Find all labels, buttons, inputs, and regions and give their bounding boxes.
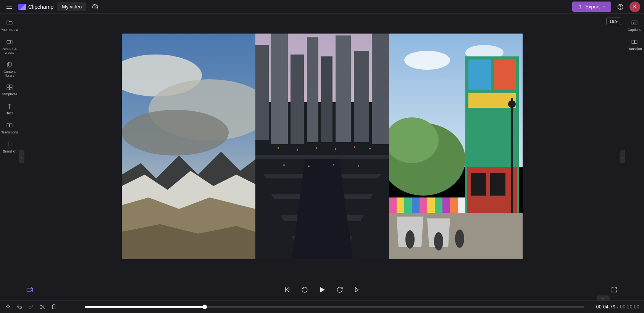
sidebar-item-templates[interactable]: Templates [0,81,19,99]
svg-rect-75 [632,40,634,43]
skip-back-icon[interactable] [283,286,291,294]
export-button[interactable]: Export [572,2,611,12]
sparkle-icon[interactable] [5,303,11,310]
sidebar-item-transitions[interactable]: Transitions [0,119,19,137]
svg-rect-49 [490,173,505,196]
svg-rect-55 [420,197,427,213]
undo-icon[interactable] [16,303,23,310]
svg-rect-14 [10,124,12,127]
sidebar-item-record-create[interactable]: Record & create [0,36,19,57]
avatar[interactable]: K [629,2,640,12]
svg-point-66 [434,232,443,250]
expand-right-panel-handle[interactable] [620,150,625,163]
svg-rect-51 [389,197,397,213]
cloud-sync-off-icon[interactable] [90,2,101,12]
svg-rect-29 [372,34,389,144]
svg-point-38 [333,164,334,165]
preview-area: 16:9 [19,14,625,279]
clipchamp-mark-icon [18,4,26,10]
svg-rect-26 [321,56,332,142]
svg-point-31 [297,149,298,151]
svg-rect-8 [8,62,11,66]
svg-rect-24 [291,55,304,144]
svg-point-35 [369,148,371,149]
svg-point-67 [455,230,464,248]
sidebar-item-your-media[interactable]: Your media [0,17,19,34]
collapse-timeline-handle[interactable] [597,295,610,301]
svg-point-41 [404,51,450,70]
timeline-tools [5,303,57,310]
svg-line-3 [93,4,98,10]
app-logo[interactable]: Clipchamp [18,4,53,10]
svg-rect-48 [471,173,486,196]
seek-back-icon[interactable] [300,286,309,294]
svg-rect-11 [7,88,9,90]
brandkit-icon [6,141,13,148]
svg-rect-9 [7,85,9,87]
sidebar-item-text[interactable]: Text [0,100,19,118]
ai-assist-icon[interactable] [24,284,35,295]
svg-marker-71 [320,287,325,292]
svg-point-34 [354,146,355,148]
svg-point-19 [122,110,229,156]
svg-rect-10 [10,85,12,87]
sidebar-item-transition[interactable]: Transition [625,36,644,53]
play-icon[interactable] [318,286,326,294]
time-readout: 00:04.79/00:20.00 [596,304,639,310]
top-bar: Clipchamp My video Export K [0,0,644,14]
transitions-icon [6,122,13,129]
export-label: Export [585,4,600,10]
current-time: 00:04.79 [596,304,616,310]
project-title[interactable]: My video [57,2,86,11]
timeline-thumb[interactable] [202,305,207,309]
sidebar-item-brand-kit[interactable]: Brand kit [0,138,19,156]
svg-rect-76 [635,40,637,43]
svg-point-32 [316,147,317,149]
svg-rect-27 [336,35,351,142]
camera-icon [6,38,13,46]
preview-panel-center [255,34,389,259]
svg-point-37 [308,165,310,167]
seek-forward-icon[interactable] [336,286,344,294]
svg-point-65 [405,230,415,249]
aspect-ratio-selector[interactable]: 16:9 [606,18,621,25]
svg-rect-59 [450,197,458,213]
left-rail: Your media Record & create Content libra… [0,14,19,300]
svg-rect-53 [404,197,412,213]
svg-rect-6 [7,40,11,43]
chevron-down-icon [602,5,606,9]
svg-rect-68 [27,288,31,291]
svg-rect-12 [10,88,12,90]
sidebar-item-captions[interactable]: Captions [625,17,644,34]
main-area: Your media Record & create Content libra… [0,14,644,300]
total-time: 00:20.00 [620,304,639,310]
preview-panel-left [122,34,255,259]
timeline-track[interactable] [85,306,584,308]
svg-rect-74 [632,21,637,25]
player-controls [19,279,625,300]
svg-rect-58 [442,197,450,213]
transition-icon [631,38,638,46]
svg-rect-57 [435,197,442,213]
delete-icon[interactable] [50,303,57,310]
preview-canvas[interactable] [122,34,523,259]
svg-point-5 [620,8,621,8]
svg-marker-72 [355,287,358,292]
sidebar-item-content-library[interactable]: Content library [0,59,19,80]
help-icon[interactable] [615,2,626,12]
split-icon[interactable] [39,303,46,310]
svg-rect-22 [255,45,269,140]
timeline-bar: 00:04.79/00:20.00 [0,300,644,313]
svg-rect-25 [307,37,318,142]
timeline-progress [85,306,205,308]
fullscreen-icon[interactable] [609,284,620,295]
svg-rect-13 [7,124,9,127]
hamburger-menu-icon[interactable] [4,2,15,12]
redo-icon [27,303,34,310]
svg-rect-56 [427,197,435,213]
skip-forward-icon[interactable] [353,286,362,294]
svg-point-30 [278,147,279,149]
svg-rect-52 [397,197,404,213]
center-area: 16:9 [19,14,625,300]
svg-rect-28 [354,51,369,142]
